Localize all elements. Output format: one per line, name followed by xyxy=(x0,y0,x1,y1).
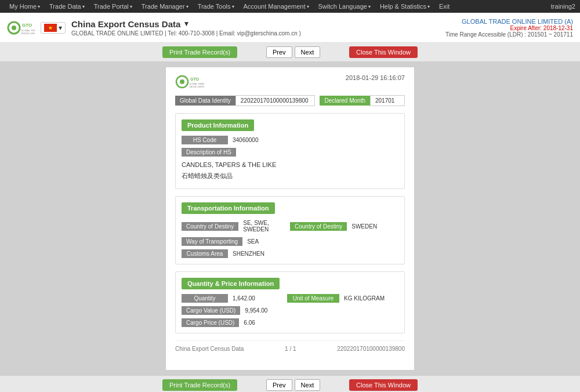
card-logo: GTO GLOBAL TRADE ONLINE LIMITED xyxy=(175,74,204,89)
chevron-down-icon: ▾ xyxy=(82,4,85,9)
way-value: SEA xyxy=(242,237,398,246)
country-dest-code-value: SE, SWE, SWEDEN xyxy=(238,219,290,234)
logo-container: GTO GLOBAL TRADE ONLINE LIMITED xyxy=(7,20,35,36)
svg-text:GLOBAL TRADE: GLOBAL TRADE xyxy=(189,83,204,85)
cargo-price-label: Cargo Price (USD) xyxy=(182,318,239,327)
unit-value: KG KILOGRAM xyxy=(339,294,398,303)
prev-button-top[interactable]: Prev xyxy=(266,46,292,58)
hs-code-row: HS Code 34060000 xyxy=(182,136,398,144)
username-label: training2 xyxy=(551,3,575,10)
transport-section-header: Transportation Information xyxy=(182,202,275,214)
declared-month-label: Declared Month xyxy=(320,96,370,106)
record-datetime: 2018-01-29 16:16:07 xyxy=(346,74,405,81)
country-dest-label2: Country of Destiny xyxy=(290,222,347,231)
nav-account-management[interactable]: Account Management ▾ xyxy=(239,0,314,13)
svg-point-2 xyxy=(12,26,16,30)
hs-code-label: HS Code xyxy=(182,136,228,144)
svg-text:ONLINE LIMITED: ONLINE LIMITED xyxy=(21,32,35,35)
customs-value: SHENZHEN xyxy=(228,249,398,258)
nav-button-group-bottom: Prev Next xyxy=(266,379,320,391)
declared-month-value: 201701 xyxy=(370,95,405,106)
chevron-down-icon: ▾ xyxy=(368,4,371,9)
next-button-bottom[interactable]: Next xyxy=(295,379,321,391)
page-title-block: China Export Census Data ▼ GLOBAL TRADE … xyxy=(71,19,301,37)
chevron-down-icon: ▾ xyxy=(38,4,40,9)
chevron-down-icon: ▾ xyxy=(130,4,132,9)
customs-label: Customs Area xyxy=(182,249,228,258)
nav-switch-language[interactable]: Switch Language ▾ xyxy=(314,0,375,13)
country-dest-label: Country of Destiny xyxy=(182,222,238,231)
product-section: Product Information HS Code 34060000 Des… xyxy=(175,113,405,189)
card-gto-logo-icon: GTO GLOBAL TRADE ONLINE LIMITED xyxy=(175,74,204,89)
dropdown-arrow-icon: ▾ xyxy=(59,24,62,32)
record-card: GTO GLOBAL TRADE ONLINE LIMITED 2018-01-… xyxy=(165,67,415,371)
print-button-bottom[interactable]: Print Trade Record(s) xyxy=(162,379,237,391)
desc-label-row: Description of HS xyxy=(182,148,398,157)
chevron-down-icon: ▾ xyxy=(186,4,188,9)
global-data-identity-value: 220220170100000139800 xyxy=(235,95,316,106)
cargo-price-row: Cargo Price (USD) 6.06 xyxy=(182,318,398,327)
nav-help-statistics[interactable]: Help & Statistics ▾ xyxy=(375,0,434,13)
chevron-down-icon: ▾ xyxy=(307,4,309,9)
svg-text:GTO: GTO xyxy=(22,23,32,28)
svg-point-7 xyxy=(180,79,184,84)
svg-text:ONLINE LIMITED: ONLINE LIMITED xyxy=(189,86,204,88)
footer-left: China Export Census Data xyxy=(175,346,244,352)
nav-items: My Home ▾ Trade Data ▾ Trade Portal ▾ Tr… xyxy=(5,0,454,13)
header-left: GTO GLOBAL TRADE ONLINE LIMITED ★ ▾ Chin… xyxy=(7,19,301,37)
close-button-top[interactable]: Close This Window xyxy=(349,46,418,58)
gto-logo-icon: GTO GLOBAL TRADE ONLINE LIMITED xyxy=(7,20,35,36)
quantity-section-header: Quantity & Price Information xyxy=(182,278,280,289)
nav-my-home[interactable]: My Home ▾ xyxy=(5,0,45,13)
quantity-label: Quantity xyxy=(182,294,228,303)
cargo-usd-label: Cargo Value (USD) xyxy=(182,306,240,315)
country-dest-row: Country of Destiny SE, SWE, SWEDEN Count… xyxy=(182,219,398,234)
quantity-value: 1,642.00 xyxy=(228,294,287,303)
title-dropdown-icon[interactable]: ▼ xyxy=(183,20,190,28)
nav-trade-tools[interactable]: Trade Tools ▾ xyxy=(193,0,239,13)
card-header: GTO GLOBAL TRADE ONLINE LIMITED 2018-01-… xyxy=(175,74,405,89)
global-data-identity-label: Global Data Identity xyxy=(175,96,235,106)
chevron-down-icon: ▾ xyxy=(427,4,430,9)
header-bar: GTO GLOBAL TRADE ONLINE LIMITED ★ ▾ Chin… xyxy=(0,13,580,43)
next-button-top[interactable]: Next xyxy=(295,46,321,58)
nav-trade-data[interactable]: Trade Data ▾ xyxy=(45,0,89,13)
china-flag-icon: ★ xyxy=(44,24,57,32)
description-label: Description of HS xyxy=(182,148,236,157)
bottom-action-bar: Print Trade Record(s) Prev Next Close Th… xyxy=(0,375,580,392)
way-label: Way of Transporting xyxy=(182,237,242,246)
nav-exit[interactable]: Exit xyxy=(434,0,454,13)
card-footer: China Export Census Data 1 / 1 220220170… xyxy=(175,340,405,352)
time-range-label: Time Range Accessible (LDR) : 201501 ~ 2… xyxy=(445,31,573,38)
footer-id: 220220170100000139800 xyxy=(337,346,405,352)
page-title: China Export Census Data xyxy=(71,19,180,29)
nav-button-group-top: Prev Next xyxy=(266,46,320,58)
customs-row: Customs Area SHENZHEN xyxy=(182,249,398,258)
nav-trade-portal[interactable]: Trade Portal ▾ xyxy=(89,0,137,13)
prev-button-bottom[interactable]: Prev xyxy=(266,379,292,391)
nav-trade-manager[interactable]: Trade Manager ▾ xyxy=(137,0,193,13)
hs-code-value: 34060000 xyxy=(228,136,398,144)
transport-section: Transportation Information Country of De… xyxy=(175,196,405,264)
flag-selector[interactable]: ★ ▾ xyxy=(41,22,66,34)
quantity-row: Quantity 1,642.00 Unit of Measure KG KIL… xyxy=(182,294,398,303)
top-action-bar: Print Trade Record(s) Prev Next Close Th… xyxy=(0,43,580,62)
cargo-price-value: 6.06 xyxy=(239,318,398,327)
gto-user-link[interactable]: GLOBAL TRADE ONLINE LIMITED (A) xyxy=(445,18,573,25)
expire-label: Expire After: 2018-12-31 xyxy=(445,25,573,31)
close-button-bottom[interactable]: Close This Window xyxy=(349,379,418,391)
cargo-usd-row: Cargo Value (USD) 9,954.00 xyxy=(182,306,398,315)
print-button-top[interactable]: Print Trade Record(s) xyxy=(162,46,237,58)
product-section-header: Product Information xyxy=(182,119,254,131)
main-content: GTO GLOBAL TRADE ONLINE LIMITED 2018-01-… xyxy=(0,62,580,375)
desc-english: CANDLES, TAPERS & THE LIKE xyxy=(182,160,398,169)
footer-page: 1 / 1 xyxy=(285,346,296,352)
cargo-usd-value: 9,954.00 xyxy=(240,306,398,315)
unit-label: Unit of Measure xyxy=(287,294,339,303)
country-dest-name-value: SWEDEN xyxy=(347,222,398,231)
desc-chinese: 石蜡蜡烛及类似品 xyxy=(182,170,398,182)
identity-row: Global Data Identity 2202201701000001398… xyxy=(175,95,405,106)
header-right: GLOBAL TRADE ONLINE LIMITED (A) Expire A… xyxy=(445,18,573,38)
top-navigation: My Home ▾ Trade Data ▾ Trade Portal ▾ Tr… xyxy=(0,0,580,13)
way-row: Way of Transporting SEA xyxy=(182,237,398,246)
